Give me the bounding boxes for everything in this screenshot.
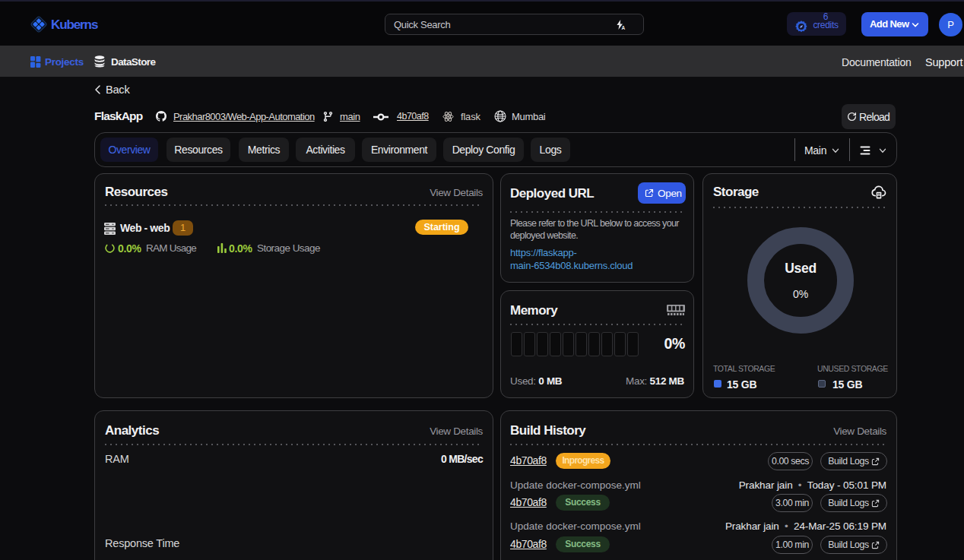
svg-text:A: A bbox=[622, 25, 626, 30]
